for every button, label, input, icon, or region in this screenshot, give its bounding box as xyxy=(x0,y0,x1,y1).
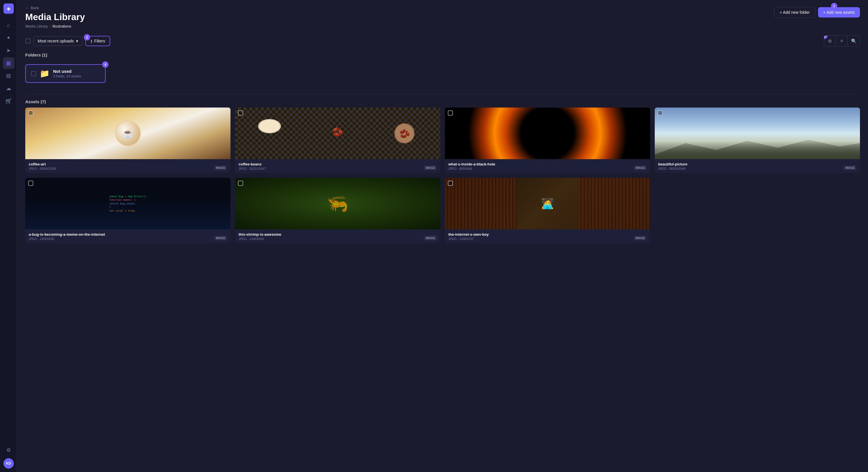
asset-type-1: IMAGE xyxy=(424,165,437,170)
asset-type-4: IMAGE xyxy=(214,236,227,241)
toolbar-right: 3 ⚙ ≡ 🔍 xyxy=(824,35,860,47)
asset-checkbox-1[interactable] xyxy=(238,110,243,115)
table-icon: ▤ xyxy=(6,72,11,79)
cart-icon: 🛒 xyxy=(5,98,12,104)
folders-grid: 4 📁 Not used 0 folder, 14 assets xyxy=(25,64,860,83)
asset-checkbox-2[interactable] xyxy=(448,110,453,115)
search-button[interactable]: 🔍 xyxy=(848,36,860,46)
assets-grid: ☕ coffee-art JPEG - 5824X3259 IMAGE 🫘 🫘 xyxy=(25,107,860,243)
back-arrow-icon: ← xyxy=(25,6,29,10)
logo-icon: ◈ xyxy=(7,5,11,12)
asset-name-1: coffee-beans xyxy=(239,162,266,166)
page-title: Media Library xyxy=(25,12,85,22)
folder-item[interactable]: 📁 Not used 0 folder, 14 assets xyxy=(25,64,105,83)
header-left: ← Back Media Library Media Library / Ill… xyxy=(25,6,85,28)
search-icon: 🔍 xyxy=(851,38,857,44)
asset-name-5: this-shrimp-is-awesome xyxy=(239,232,281,237)
add-new-folder-button[interactable]: + Add new folder xyxy=(774,7,815,18)
section-divider xyxy=(25,94,860,95)
sort-label: Most recent uploads xyxy=(38,39,74,43)
sidebar: ◈ ⌂ ✦ ➤ ▦ ▤ ☁ 🛒 ⚙ KD xyxy=(0,0,17,472)
sidebar-item-settings[interactable]: ⚙ xyxy=(3,444,14,456)
breadcrumb-current: Illustrations xyxy=(52,24,71,28)
folder-meta: 0 folder, 14 assets xyxy=(53,74,81,78)
sidebar-item-table[interactable]: ▤ xyxy=(3,70,14,81)
asset-info-4: a-bug-is-becoming-a-meme-on-the-internet… xyxy=(25,229,230,243)
sidebar-item-compose[interactable]: ✦ xyxy=(3,32,14,43)
sidebar-item-home[interactable]: ⌂ xyxy=(3,20,14,31)
sidebar-logo[interactable]: ◈ xyxy=(3,3,14,14)
folder-name: Not used xyxy=(53,69,81,74)
asset-info-6: the-internet-s-own-boy JPEG - 1200X707 I… xyxy=(445,229,650,243)
asset-checkbox-0[interactable] xyxy=(28,110,33,115)
folders-section-title: Folders (1) xyxy=(25,53,48,57)
header-badge-1: 1 xyxy=(831,3,837,9)
asset-info-2: what-s-inside-a-black-hole JPEG - 800X46… xyxy=(445,159,650,173)
chevron-down-icon: ▾ xyxy=(76,39,78,43)
asset-card-coffee-beans[interactable]: 🫘 🫘 coffee-beans JPEG - 5021X3347 IMAGE xyxy=(235,107,440,173)
asset-card-black-hole[interactable]: what-s-inside-a-black-hole JPEG - 800X46… xyxy=(445,107,650,173)
list-view-button[interactable]: ≡ xyxy=(836,36,848,46)
breadcrumb-root: Media Library xyxy=(25,24,48,28)
asset-type-2: IMAGE xyxy=(634,165,647,170)
asset-meta-0: JPEG - 5824X3259 xyxy=(29,167,56,170)
sidebar-item-navigation[interactable]: ➤ xyxy=(3,45,14,56)
asset-info-1: coffee-beans JPEG - 5021X3347 IMAGE xyxy=(235,159,440,173)
sidebar-item-cart[interactable]: 🛒 xyxy=(3,95,14,107)
settings-icon: ⚙ xyxy=(6,447,11,453)
asset-card-internet-boy[interactable]: 🧑‍💻 the-internet-s-own-boy JPEG - 1200X7… xyxy=(445,178,650,243)
asset-type-3: IMAGE xyxy=(844,165,857,170)
breadcrumb: Media Library / Illustrations xyxy=(25,24,85,28)
sort-dropdown[interactable]: Most recent uploads ▾ 2 xyxy=(33,36,82,46)
breadcrumb-separator: / xyxy=(50,24,51,28)
asset-meta-4: JPEG - 1200X630 xyxy=(29,237,105,241)
asset-type-0: IMAGE xyxy=(214,165,227,170)
toolbar-badge-2: 2 xyxy=(84,34,90,40)
asset-thumbnail-4: const bug = new Error(); function meme()… xyxy=(25,178,230,229)
asset-checkbox-6[interactable] xyxy=(448,181,453,186)
asset-checkbox-3[interactable] xyxy=(658,110,663,115)
asset-info-5: this-shrimp-is-awesome JPEG - 1200X630 I… xyxy=(235,229,440,243)
sidebar-item-media[interactable]: ▦ xyxy=(3,57,14,69)
filter-label: Filters xyxy=(94,39,105,43)
asset-card-shrimp[interactable]: 🦐 this-shrimp-is-awesome JPEG - 1200X630… xyxy=(235,178,440,243)
media-icon: ▦ xyxy=(6,60,11,66)
select-all-checkbox[interactable] xyxy=(25,38,30,43)
compose-icon: ✦ xyxy=(6,35,11,41)
assets-section: Assets (7) ☕ coffee-art JPEG - 5824X3259… xyxy=(25,99,860,243)
header-actions: 1 + Add new folder + Add new assets xyxy=(774,6,860,18)
asset-type-6: IMAGE xyxy=(634,236,647,241)
asset-meta-2: JPEG - 800X466 xyxy=(448,167,495,170)
grid-settings-icon: ⚙ xyxy=(828,38,832,44)
asset-thumbnail-0: ☕ xyxy=(25,107,230,159)
header: ← Back Media Library Media Library / Ill… xyxy=(25,6,860,28)
asset-checkbox-4[interactable] xyxy=(28,181,33,186)
asset-thumbnail-2 xyxy=(445,107,650,159)
asset-name-3: beautiful-picture xyxy=(658,162,687,166)
asset-thumbnail-5: 🦐 xyxy=(235,178,440,229)
back-link[interactable]: ← Back xyxy=(25,6,85,10)
navigation-icon: ➤ xyxy=(6,47,11,54)
sidebar-item-cloud[interactable]: ☁ xyxy=(3,82,14,94)
toolbar: Most recent uploads ▾ 2 ⫿ Filters 3 ⚙ ≡ … xyxy=(25,35,860,47)
asset-meta-3: JPEG - 3824X2548 xyxy=(658,167,687,170)
asset-info-3: beautiful-picture JPEG - 3824X2548 IMAGE xyxy=(655,159,860,173)
avatar[interactable]: KD xyxy=(3,458,14,469)
asset-checkbox-5[interactable] xyxy=(238,181,243,186)
asset-meta-5: JPEG - 1200X630 xyxy=(239,237,281,241)
asset-card-coffee-art[interactable]: ☕ coffee-art JPEG - 5824X3259 IMAGE xyxy=(25,107,230,173)
folder-checkbox[interactable] xyxy=(31,71,36,76)
asset-card-beautiful-picture[interactable]: beautiful-picture JPEG - 3824X2548 IMAGE xyxy=(655,107,860,173)
folders-section: Folders (1) 4 📁 Not used 0 folder, 14 as… xyxy=(25,53,860,83)
asset-name-6: the-internet-s-own-boy xyxy=(448,232,489,237)
home-icon: ⌂ xyxy=(7,22,10,28)
toolbar-left: Most recent uploads ▾ 2 ⫿ Filters xyxy=(25,36,110,46)
sidebar-bottom: ⚙ KD xyxy=(3,444,14,469)
asset-meta-6: JPEG - 1200X707 xyxy=(448,237,489,241)
asset-name-4: a-bug-is-becoming-a-meme-on-the-internet xyxy=(29,232,105,237)
filter-icon: ⫿ xyxy=(90,39,92,43)
add-new-assets-button[interactable]: + Add new assets xyxy=(818,7,860,18)
main-content: ← Back Media Library Media Library / Ill… xyxy=(17,0,868,472)
list-view-icon: ≡ xyxy=(840,38,843,43)
asset-card-bug-meme[interactable]: const bug = new Error(); function meme()… xyxy=(25,178,230,243)
